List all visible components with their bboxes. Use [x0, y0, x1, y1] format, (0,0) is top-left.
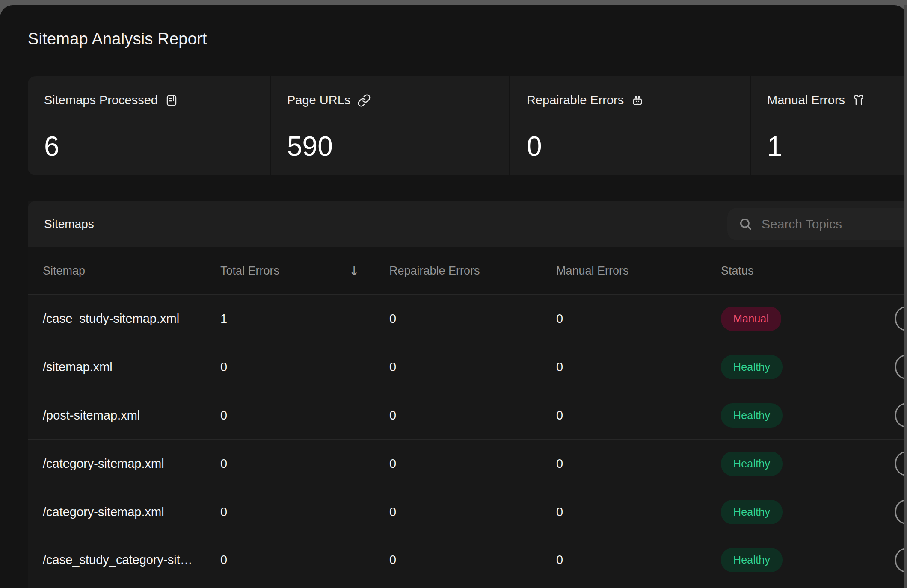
stat-card-manual-errors: Manual Errors 1	[751, 76, 907, 175]
table-header-row: Sitemap Total Errors ↓ Repairable Errors…	[28, 247, 907, 294]
table-row[interactable]: /category-sitemap.xml 0 0 0 Healthy	[28, 439, 907, 488]
wrench-icon	[852, 94, 866, 107]
status-badge: Healthy	[721, 355, 783, 379]
sitemaps-panel: Sitemaps Sitemap Total Errors ↓ Repairab…	[28, 201, 907, 588]
cell-manual-errors: 0	[556, 553, 721, 567]
table-row[interactable]: /sitemap.xml 0 0 0 Healthy	[28, 343, 907, 391]
stat-label: Manual Errors	[767, 93, 845, 107]
column-header-status[interactable]: Status	[721, 264, 907, 278]
stat-label: Repairable Errors	[527, 93, 624, 107]
cell-sitemap: /category-sitemap.xml	[28, 505, 220, 519]
stat-value: 1	[767, 133, 891, 160]
cell-total-errors: 1	[220, 312, 389, 326]
panel-title: Sitemaps	[44, 201, 94, 247]
stat-label: Sitemaps Processed	[44, 93, 158, 107]
app-window: Sitemap Analysis Report Sitemaps Process…	[0, 5, 907, 588]
column-header-label: Total Errors	[220, 264, 279, 277]
table-row[interactable]: /post-sitemap.xml 0 0 0 Healthy	[28, 391, 907, 439]
cell-sitemap: /sitemap.xml	[28, 360, 220, 374]
cell-repairable-errors: 0	[389, 408, 556, 423]
cell-manual-errors: 0	[556, 408, 721, 423]
vertical-scrollbar[interactable]	[904, 5, 907, 588]
column-header-sitemap[interactable]: Sitemap	[28, 264, 220, 278]
cell-sitemap: /category-sitemap.xml	[28, 457, 220, 471]
cell-total-errors: 0	[220, 457, 389, 471]
stat-value: 6	[44, 133, 253, 160]
sitemap-document-icon	[165, 94, 178, 107]
cell-total-errors: 0	[220, 360, 389, 374]
status-badge: Healthy	[721, 403, 783, 428]
table-row[interactable]: /case_study-sitemap.xml 1 0 0 Manual	[28, 294, 907, 343]
status-badge: Healthy	[721, 452, 783, 476]
search-input[interactable]	[761, 216, 907, 232]
cell-manual-errors: 0	[556, 505, 721, 519]
table-row[interactable]: /case_study_category-sit… 0 0 0 Healthy	[28, 536, 907, 584]
cell-repairable-errors: 0	[389, 553, 556, 567]
stat-value: 0	[527, 133, 733, 160]
cell-repairable-errors: 0	[389, 360, 556, 374]
link-icon	[357, 94, 371, 107]
column-header-repairable-errors[interactable]: Repairable Errors	[389, 264, 556, 278]
stat-value: 590	[287, 133, 493, 160]
cell-repairable-errors: 0	[389, 457, 556, 471]
cell-sitemap: /case_study-sitemap.xml	[28, 312, 220, 326]
bot-icon	[631, 94, 644, 107]
stat-label: Page URLs	[287, 93, 350, 107]
cell-manual-errors: 0	[556, 312, 721, 326]
status-badge: Manual	[721, 307, 781, 331]
column-header-total-errors[interactable]: Total Errors ↓	[220, 264, 389, 278]
sitemaps-panel-header: Sitemaps	[28, 201, 907, 247]
search-box[interactable]	[727, 208, 907, 240]
page-title: Sitemap Analysis Report	[28, 30, 207, 48]
cell-total-errors: 0	[220, 553, 389, 567]
cell-total-errors: 0	[220, 505, 389, 519]
cell-sitemap: /case_study_category-sit…	[28, 553, 220, 567]
status-badge: Healthy	[721, 500, 783, 524]
status-badge: Healthy	[721, 548, 783, 572]
sort-descending-icon[interactable]: ↓	[349, 263, 359, 278]
cell-repairable-errors: 0	[389, 312, 556, 326]
cell-manual-errors: 0	[556, 360, 721, 374]
stat-cards: Sitemaps Processed 6 Page URLs 590 Repai…	[28, 76, 907, 175]
stat-card-repairable-errors: Repairable Errors 0	[510, 76, 750, 175]
cell-repairable-errors: 0	[389, 505, 556, 519]
table-row[interactable]: /category-sitemap.xml 0 0 0 Healthy	[28, 488, 907, 536]
cell-total-errors: 0	[220, 408, 389, 423]
cell-manual-errors: 0	[556, 457, 721, 471]
stat-card-page-urls: Page URLs 590	[271, 76, 509, 175]
stat-card-sitemaps-processed: Sitemaps Processed 6	[28, 76, 270, 175]
column-header-manual-errors[interactable]: Manual Errors	[556, 264, 721, 278]
cell-sitemap: /post-sitemap.xml	[28, 408, 220, 423]
search-icon	[738, 217, 753, 231]
